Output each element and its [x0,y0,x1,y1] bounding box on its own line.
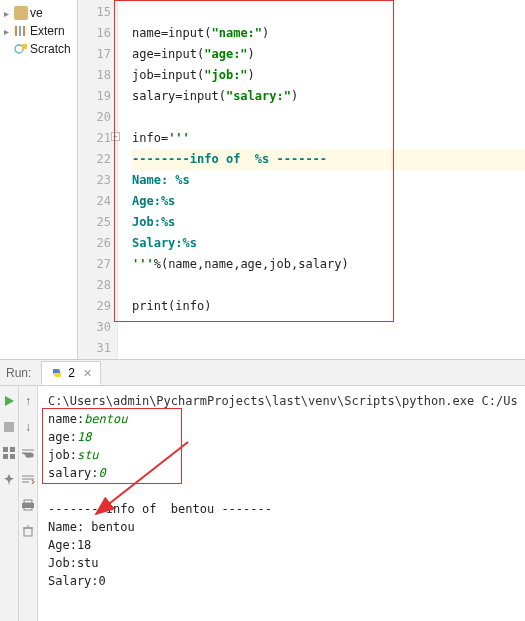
svg-rect-8 [3,454,8,459]
print-button[interactable] [19,496,37,514]
line-number: 18 [78,65,111,86]
code-line: print(info) [132,296,525,317]
line-number: 16 [78,23,111,44]
line-number: 31 [78,338,111,359]
code-line [132,2,525,23]
line-number: 30 [78,317,111,338]
down-button[interactable]: ↓ [19,418,37,436]
run-body: ↑ ↓ C:\Users\admin\PycharmProjects\last\… [0,386,525,621]
console-line: Name: bentou [48,518,518,536]
tree-item-external[interactable]: ▸ Extern [0,22,77,40]
line-number: 22 [78,149,111,170]
code-line: '''%(name,name,age,job,salary) [132,254,525,275]
line-number: 19 [78,86,111,107]
tree-label: ve [30,6,43,20]
line-number: 25 [78,212,111,233]
folder-icon [14,6,28,20]
run-tab[interactable]: 2 ✕ [41,361,101,385]
scratches-icon [14,42,28,56]
svg-rect-6 [3,447,8,452]
console-line: C:\Users\admin\PycharmProjects\last\venv… [48,392,518,410]
svg-rect-13 [24,528,32,536]
run-pane: Run: 2 ✕ ↑ ↓ [0,360,525,621]
code-line: salary=input("salary:") [132,86,525,107]
code-line: info=''' [132,128,525,149]
code-editor[interactable]: 15 16 17 18 19 20 21− 22 23 24 25 26 27 … [78,0,525,359]
svg-rect-5 [4,422,14,432]
tree-label: Extern [30,24,65,38]
svg-rect-10 [24,500,32,503]
scroll-end-button[interactable] [19,470,37,488]
code-line: Name: %s [132,170,525,191]
code-area[interactable]: name=input("name:") age=input("age:") jo… [118,0,525,359]
chevron-right-icon: ▸ [4,8,14,19]
svg-rect-2 [23,26,25,36]
up-button[interactable]: ↑ [19,392,37,410]
trash-button[interactable] [19,522,37,540]
run-toolbar-left [0,386,19,621]
code-line: Job:%s [132,212,525,233]
code-line: Age:%s [132,191,525,212]
svg-rect-1 [19,26,21,36]
run-header: Run: 2 ✕ [0,360,525,386]
run-label: Run: [0,366,37,380]
line-number: 26 [78,233,111,254]
run-toolbar-right: ↑ ↓ [19,386,38,621]
console-line: age:18 [48,428,518,446]
console-output[interactable]: C:\Users\admin\PycharmProjects\last\venv… [38,386,525,621]
editor-pane: ▸ ve ▸ Extern Scratch 15 16 17 18 19 20 [0,0,525,360]
line-number: 20 [78,107,111,128]
line-number: 23 [78,170,111,191]
stop-button[interactable] [0,418,18,436]
pin-button[interactable] [0,470,18,488]
code-line: age=input("age:") [132,44,525,65]
python-icon [50,366,64,380]
console-line: Job:stu [48,554,518,572]
svg-rect-0 [15,26,17,36]
svg-rect-9 [10,454,15,459]
console-line: --------info of bentou ------- [48,500,518,518]
svg-rect-7 [10,447,15,452]
wrap-button[interactable] [19,444,37,462]
line-number: 17 [78,44,111,65]
svg-rect-12 [24,507,32,510]
code-line: job=input("job:") [132,65,525,86]
line-number: 21− [78,128,111,149]
code-line-highlighted: --------info of %s ------- [132,149,525,170]
library-icon [14,24,28,38]
code-line: name=input("name:") [132,23,525,44]
code-line [132,275,525,296]
layout-button[interactable] [0,444,18,462]
line-number: 28 [78,275,111,296]
project-tree[interactable]: ▸ ve ▸ Extern Scratch [0,0,78,359]
line-number: 24 [78,191,111,212]
code-line [132,317,525,338]
console-line [48,482,518,500]
tree-item-venv[interactable]: ▸ ve [0,4,77,22]
code-line [132,107,525,128]
line-number: 27 [78,254,111,275]
gutter: 15 16 17 18 19 20 21− 22 23 24 25 26 27 … [78,0,118,359]
rerun-button[interactable] [0,392,18,410]
code-line: Salary:%s [132,233,525,254]
tree-label: Scratch [30,42,71,56]
console-line: Salary:0 [48,572,518,590]
console-line: name:bentou [48,410,518,428]
svg-point-3 [15,45,23,53]
console-line: job:stu [48,446,518,464]
code-line [132,338,525,359]
line-number: 15 [78,2,111,23]
console-line: Age:18 [48,536,518,554]
line-number: 29 [78,296,111,317]
chevron-right-icon: ▸ [4,26,14,37]
run-tab-name: 2 [68,366,75,380]
svg-rect-4 [22,44,27,49]
close-icon[interactable]: ✕ [83,367,92,380]
tree-item-scratches[interactable]: Scratch [0,40,77,58]
console-line: salary:0 [48,464,518,482]
